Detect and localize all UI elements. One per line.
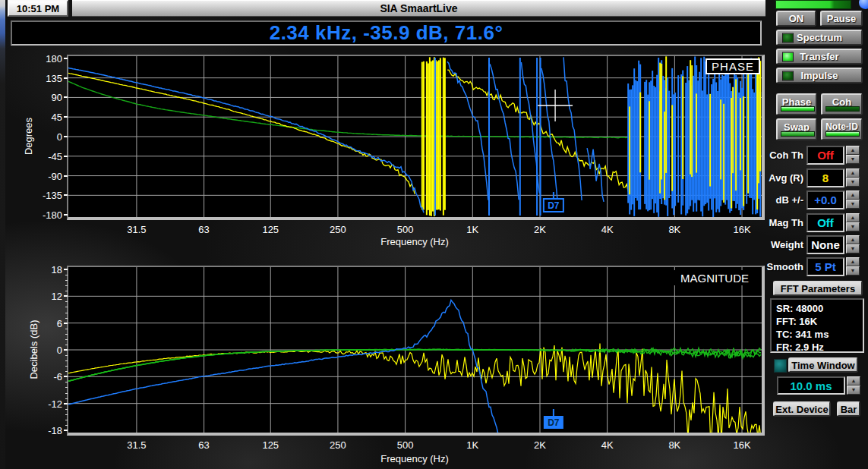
y-tick-mark: [64, 349, 68, 351]
coh-th-spinner-down[interactable]: ▼: [846, 155, 860, 164]
phase-plot-frame: D7: [67, 55, 765, 220]
y-tick-label: -18: [48, 424, 62, 436]
swap-led-icon: [781, 131, 815, 137]
smooth-value[interactable]: 5 Pt: [806, 257, 844, 276]
y-tick-mark: [64, 175, 68, 177]
y-minor-tick-mark: [65, 382, 68, 382]
fft-parameters-button[interactable]: FFT Parameters: [773, 281, 863, 296]
time-window-spinner-up[interactable]: ▲: [847, 376, 860, 386]
y-tick-mark: [64, 430, 68, 431]
y-minor-tick-mark: [65, 313, 68, 313]
impulse-mode-button[interactable]: Impulse: [776, 68, 863, 83]
x-tick-label: 16K: [733, 224, 750, 235]
mag-th-spinner-up[interactable]: ▲: [846, 213, 860, 222]
note-id-label: Note-ID: [825, 121, 858, 132]
y-tick-mark: [64, 214, 68, 216]
smooth-spinner: ▲ ▼: [846, 257, 860, 275]
coherence-view-button[interactable]: Coh: [821, 93, 863, 115]
y-minor-tick-mark: [65, 345, 68, 345]
clock-display: 10:51 PM: [8, 0, 68, 17]
y-tick-label: 18: [52, 264, 62, 275]
mag-th-value[interactable]: Off: [806, 213, 844, 232]
y-tick-label: 0: [57, 345, 62, 356]
avg-spinner-down[interactable]: ▼: [846, 178, 860, 187]
y-minor-tick-mark: [65, 285, 68, 286]
svg-text:D7: D7: [548, 417, 560, 428]
y-tick-mark: [64, 116, 68, 118]
mag-th-spinner: ▲ ▼: [846, 213, 860, 231]
time-window-button[interactable]: Time Window: [788, 357, 858, 373]
y-minor-tick-mark: [65, 420, 68, 420]
phase-y-axis-title: Degrees: [23, 99, 34, 175]
y-minor-tick-mark: [65, 414, 68, 415]
smaartlive-window: 10:51 PM SIA SmaartLive 2.34 kHz, -35.9 …: [0, 0, 868, 469]
time-window-spinner: ▲ ▼: [847, 376, 860, 395]
y-minor-tick-mark: [65, 355, 68, 356]
swap-button[interactable]: Swap: [776, 118, 817, 140]
fft-info-fft: FFT: 16K: [776, 315, 863, 328]
db-offset-spinner: ▲ ▼: [846, 190, 860, 209]
mag-th-label: Mag Th: [750, 217, 803, 228]
background-window-edge: [0, 0, 5, 469]
db-offset-spinner-down[interactable]: ▼: [846, 200, 860, 209]
avg-label: Avg (R): [750, 172, 803, 184]
mag-th-spinner-down[interactable]: ▼: [846, 222, 860, 231]
y-minor-tick-mark: [65, 329, 68, 329]
pause-button[interactable]: Pause: [820, 11, 863, 27]
x-tick-label: 125: [262, 224, 279, 235]
db-offset-spinner-up[interactable]: ▲: [846, 190, 860, 200]
x-tick-label: 8K: [668, 224, 680, 235]
signal-level-meter: [775, 0, 851, 9]
y-tick-mark: [64, 58, 68, 59]
avg-value[interactable]: 8: [806, 168, 844, 187]
phase-plot-title: PHASE: [705, 58, 760, 74]
phase-x-axis-title: Frequency (Hz): [380, 236, 449, 247]
magnitude-plot-title: MAGNITUDE: [672, 270, 757, 285]
y-tick-label: -45: [48, 150, 62, 162]
title-bar[interactable]: SIA SmaartLive: [72, 0, 765, 17]
y-tick-mark: [64, 376, 68, 377]
y-minor-tick-mark: [65, 409, 68, 410]
smooth-spinner-down[interactable]: ▼: [846, 266, 860, 275]
time-window-spinner-down[interactable]: ▼: [847, 386, 860, 395]
weight-spinner-down[interactable]: ▼: [846, 244, 860, 253]
on-button[interactable]: ON: [776, 11, 816, 27]
phase-view-button[interactable]: Phase: [776, 93, 817, 115]
magnitude-y-axis-title: Decibels (dB): [28, 312, 39, 388]
x-tick-label: 63: [198, 224, 209, 235]
transfer-mode-button[interactable]: Transfer: [776, 49, 863, 65]
x-tick-label: 1K: [466, 224, 478, 235]
cursor-readout-text: 2.34 kHz, -35.9 dB, 71.6°: [270, 21, 503, 45]
y-tick-label: 180: [46, 52, 62, 64]
weight-spinner-up[interactable]: ▲: [846, 235, 860, 244]
time-window-value[interactable]: 10.0 ms: [777, 376, 845, 395]
weight-value[interactable]: None: [806, 235, 844, 254]
avg-spinner-up[interactable]: ▲: [846, 168, 860, 178]
coh-th-spinner-up[interactable]: ▲: [846, 146, 860, 155]
y-tick-mark: [64, 156, 68, 157]
smooth-spinner-up[interactable]: ▲: [846, 257, 860, 266]
y-tick-label: 90: [52, 92, 62, 103]
db-offset-value[interactable]: +0.0: [806, 190, 844, 209]
magnitude-plot-canvas[interactable]: D7: [68, 267, 762, 433]
y-tick-mark: [64, 96, 68, 98]
y-minor-tick-mark: [65, 387, 68, 388]
note-id-button[interactable]: Note-ID: [821, 118, 863, 140]
spectrum-mode-button[interactable]: Spectrum: [776, 30, 863, 46]
x-tick-label: 31.5: [127, 224, 146, 235]
x-tick-label: 31.5: [127, 439, 146, 451]
app-title: SIA SmaartLive: [380, 2, 457, 14]
y-tick-mark: [64, 295, 68, 297]
coh-th-label: Coh Th: [750, 150, 803, 161]
y-minor-tick-mark: [65, 318, 68, 319]
ext-device-button[interactable]: Ext. Device: [773, 401, 831, 417]
magnitude-x-axis-title: Frequency (Hz): [380, 453, 449, 464]
bar-button[interactable]: Bar: [837, 401, 860, 417]
y-minor-tick-mark: [65, 339, 68, 340]
x-tick-label: 250: [330, 224, 346, 235]
coh-th-value[interactable]: Off: [806, 146, 844, 165]
y-tick-label: 12: [52, 291, 62, 302]
y-tick-label: -90: [48, 170, 62, 181]
x-tick-label: 500: [397, 224, 414, 235]
phase-plot-canvas[interactable]: D7: [68, 56, 762, 217]
